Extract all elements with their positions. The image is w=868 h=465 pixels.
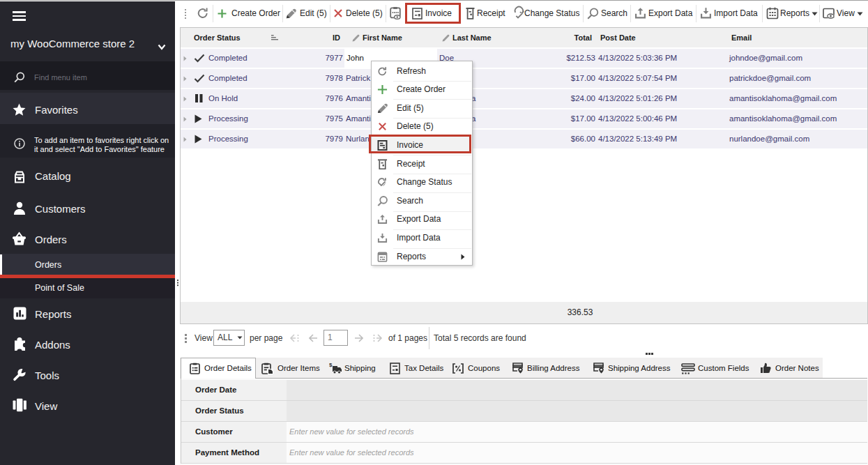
- svg-text:$: $: [329, 362, 333, 368]
